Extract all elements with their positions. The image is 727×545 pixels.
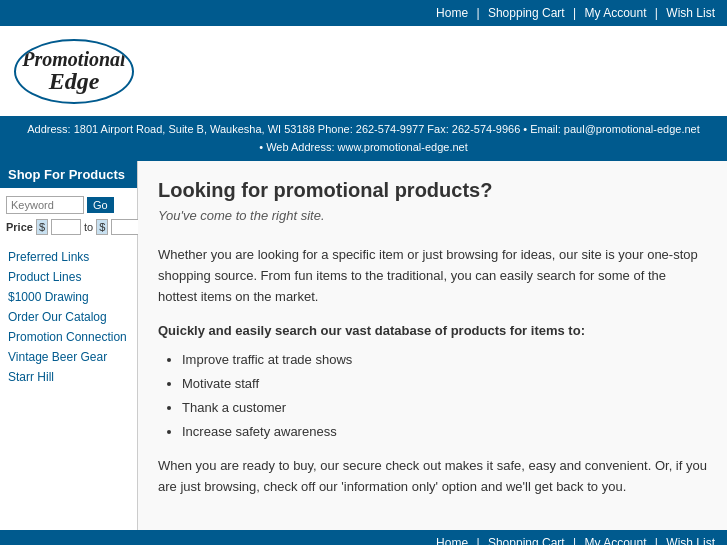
bold-line: Quickly and easily search our vast datab… xyxy=(158,321,707,342)
logo-text-edge: Edge xyxy=(22,69,125,93)
page-heading: Looking for promotional products? xyxy=(158,179,707,202)
bullet-item-3: Increase safety awareness xyxy=(182,422,707,443)
top-navigation: Home | Shopping Cart | My Account | Wish… xyxy=(0,0,727,26)
sidebar-item-catalog[interactable]: Order Our Catalog xyxy=(0,307,137,327)
main-layout: Shop For Products Go Price $ to $ Prefer… xyxy=(0,161,727,530)
bottom-navigation: Home | Shopping Cart | My Account | Wish… xyxy=(0,530,727,545)
sidebar-item-starr-hill[interactable]: Starr Hill xyxy=(0,367,137,387)
sidebar-item-preferred-links[interactable]: Preferred Links xyxy=(0,247,137,267)
address-line1: Address: 1801 Airport Road, Suite B, Wau… xyxy=(10,121,717,139)
bottom-nav-cart[interactable]: Shopping Cart xyxy=(488,536,565,545)
price-label: Price xyxy=(6,221,33,233)
logo-area: Promotional Edge xyxy=(0,26,727,116)
price-from-symbol: $ xyxy=(36,219,48,235)
price-to-symbol: $ xyxy=(96,219,108,235)
logo: Promotional Edge xyxy=(14,39,134,104)
search-box: Go Price $ to $ xyxy=(0,188,137,239)
address-line2: • Web Address: www.promotional-edge.net xyxy=(10,139,717,157)
price-row: Price $ to $ xyxy=(6,219,131,235)
sidebar-item-promotion-connection[interactable]: Promotion Connection xyxy=(0,327,137,347)
search-button[interactable]: Go xyxy=(87,197,114,213)
sidebar-header: Shop For Products xyxy=(0,161,137,188)
sidebar-item-vintage-beer-gear[interactable]: Vintage Beer Gear xyxy=(0,347,137,367)
page-tagline: You've come to the right site. xyxy=(158,206,707,227)
closing-paragraph: When you are ready to buy, our secure ch… xyxy=(158,456,707,498)
sidebar-nav: Preferred Links Product Lines $1000 Draw… xyxy=(0,247,137,387)
logo-text-promotional: Promotional xyxy=(22,49,125,69)
bottom-nav-home[interactable]: Home xyxy=(436,536,468,545)
address-bar: Address: 1801 Airport Road, Suite B, Wau… xyxy=(0,116,727,161)
content-area: Looking for promotional products? You've… xyxy=(138,161,727,530)
bullet-item-1: Motivate staff xyxy=(182,374,707,395)
bottom-nav-account[interactable]: My Account xyxy=(584,536,646,545)
search-input-row: Go xyxy=(6,196,131,214)
top-nav-wishlist[interactable]: Wish List xyxy=(666,6,715,20)
search-input[interactable] xyxy=(6,196,84,214)
sidebar-item-product-lines[interactable]: Product Lines xyxy=(0,267,137,287)
top-nav-account[interactable]: My Account xyxy=(584,6,646,20)
bullet-list: Improve traffic at trade shows Motivate … xyxy=(182,350,707,442)
top-nav-home[interactable]: Home xyxy=(436,6,468,20)
price-to-input[interactable] xyxy=(111,219,141,235)
bullet-item-0: Improve traffic at trade shows xyxy=(182,350,707,371)
price-to-label: to xyxy=(84,221,93,233)
sidebar-item-drawing[interactable]: $1000 Drawing xyxy=(0,287,137,307)
sidebar: Shop For Products Go Price $ to $ Prefer… xyxy=(0,161,138,530)
bullet-item-2: Thank a customer xyxy=(182,398,707,419)
price-from-input[interactable] xyxy=(51,219,81,235)
bottom-nav-wishlist[interactable]: Wish List xyxy=(666,536,715,545)
intro-paragraph: Whether you are looking for a specific i… xyxy=(158,245,707,307)
top-nav-cart[interactable]: Shopping Cart xyxy=(488,6,565,20)
